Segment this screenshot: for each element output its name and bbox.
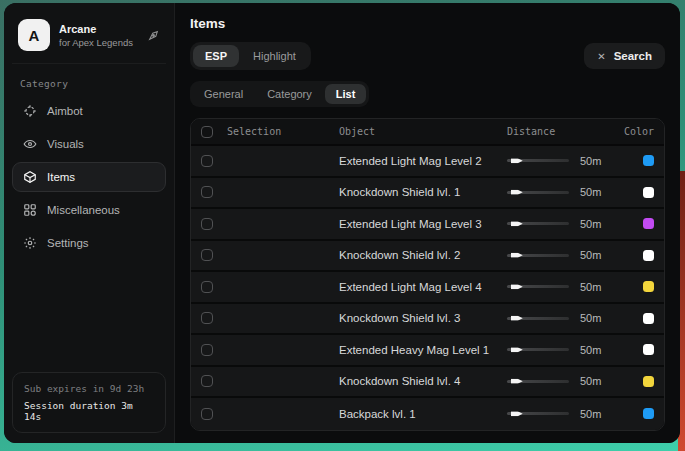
row-checkbox[interactable] bbox=[201, 155, 213, 167]
color-swatch[interactable] bbox=[643, 218, 654, 229]
color-swatch[interactable] bbox=[643, 313, 654, 324]
slider-thumb[interactable] bbox=[511, 158, 523, 163]
distance-slider[interactable] bbox=[507, 285, 569, 288]
sub-expiry-text: Sub expires in 9d 23h bbox=[24, 383, 154, 394]
color-swatch[interactable] bbox=[643, 281, 654, 292]
row-checkbox[interactable] bbox=[201, 218, 213, 230]
items-table: Selection Object Distance Color Extended… bbox=[190, 118, 665, 431]
distance-value: 50m bbox=[580, 408, 606, 420]
select-all-checkbox[interactable] bbox=[201, 126, 213, 138]
object-name: Extended Light Mag Level 2 bbox=[339, 155, 507, 167]
tab-general[interactable]: General bbox=[193, 84, 254, 104]
package-icon bbox=[23, 170, 37, 184]
table-row: Knockdown Shield lvl. 250m bbox=[191, 241, 664, 273]
tab-esp[interactable]: ESP bbox=[193, 45, 239, 67]
distance-slider[interactable] bbox=[507, 191, 569, 194]
distance-cell: 50m bbox=[507, 375, 612, 387]
distance-slider[interactable] bbox=[507, 222, 569, 225]
pin-icon[interactable] bbox=[147, 29, 160, 42]
object-name: Backpack lvl. 1 bbox=[339, 408, 507, 420]
session-duration-text: Session duration 3m 14s bbox=[24, 400, 154, 422]
slider-thumb[interactable] bbox=[511, 253, 523, 258]
color-cell bbox=[612, 344, 654, 355]
column-selection: Selection bbox=[227, 126, 339, 137]
distance-slider[interactable] bbox=[507, 254, 569, 257]
app-name: Arcane bbox=[59, 23, 133, 35]
search-button[interactable]: ✕ Search bbox=[584, 43, 665, 69]
distance-cell: 50m bbox=[507, 249, 612, 261]
table-row: Extended Light Mag Level 350m bbox=[191, 209, 664, 241]
tab-list[interactable]: List bbox=[325, 84, 367, 104]
row-checkbox[interactable] bbox=[201, 408, 213, 420]
table-header: Selection Object Distance Color bbox=[191, 119, 664, 146]
slider-thumb[interactable] bbox=[511, 284, 523, 289]
table-row: Knockdown Shield lvl. 450m bbox=[191, 367, 664, 399]
mode-tab-group: ESPHighlight bbox=[190, 42, 311, 70]
category-label: Category bbox=[12, 72, 166, 93]
object-name: Extended Heavy Mag Level 1 bbox=[339, 344, 507, 356]
color-cell bbox=[612, 376, 654, 387]
distance-cell: 50m bbox=[507, 186, 612, 198]
object-name: Knockdown Shield lvl. 3 bbox=[339, 312, 507, 324]
color-swatch[interactable] bbox=[643, 344, 654, 355]
row-checkbox[interactable] bbox=[201, 344, 213, 356]
sidebar-item-settings[interactable]: Settings bbox=[12, 228, 166, 258]
sidebar-item-miscellaneous[interactable]: Miscellaneous bbox=[12, 195, 166, 225]
sidebar-item-aimbot[interactable]: Aimbot bbox=[12, 96, 166, 126]
table-body: Extended Light Mag Level 250mKnockdown S… bbox=[191, 146, 664, 430]
slider-thumb[interactable] bbox=[511, 221, 523, 226]
color-swatch[interactable] bbox=[643, 187, 654, 198]
color-cell bbox=[612, 408, 654, 419]
sidebar-item-label: Miscellaneous bbox=[47, 204, 120, 216]
sidebar-item-visuals[interactable]: Visuals bbox=[12, 129, 166, 159]
distance-slider[interactable] bbox=[507, 317, 569, 320]
distance-cell: 50m bbox=[507, 155, 612, 167]
distance-slider[interactable] bbox=[507, 348, 569, 351]
tab-category[interactable]: Category bbox=[256, 84, 323, 104]
color-swatch[interactable] bbox=[643, 408, 654, 419]
sidebar-item-label: Items bbox=[47, 171, 75, 183]
grid-icon bbox=[23, 203, 37, 217]
distance-value: 50m bbox=[580, 249, 606, 261]
row-checkbox[interactable] bbox=[201, 312, 213, 324]
slider-thumb[interactable] bbox=[511, 347, 523, 352]
tab-highlight[interactable]: Highlight bbox=[241, 45, 308, 67]
table-row: Knockdown Shield lvl. 350m bbox=[191, 304, 664, 336]
sidebar-item-items[interactable]: Items bbox=[12, 162, 166, 192]
gear-icon bbox=[23, 236, 37, 250]
slider-thumb[interactable] bbox=[511, 411, 523, 416]
slider-thumb[interactable] bbox=[511, 190, 523, 195]
color-swatch[interactable] bbox=[643, 250, 654, 261]
distance-cell: 50m bbox=[507, 344, 612, 356]
view-tab-group: GeneralCategoryList bbox=[190, 81, 369, 107]
column-color: Color bbox=[612, 126, 654, 137]
row-checkbox[interactable] bbox=[201, 281, 213, 293]
app-header: A Arcane for Apex Legends bbox=[12, 11, 166, 64]
row-checkbox[interactable] bbox=[201, 249, 213, 261]
app-logo: A bbox=[18, 19, 50, 51]
distance-slider[interactable] bbox=[507, 412, 569, 415]
table-row: Extended Light Mag Level 450m bbox=[191, 272, 664, 304]
distance-slider[interactable] bbox=[507, 159, 569, 162]
distance-cell: 50m bbox=[507, 281, 612, 293]
slider-thumb[interactable] bbox=[511, 316, 523, 321]
color-cell bbox=[612, 155, 654, 166]
object-name: Knockdown Shield lvl. 4 bbox=[339, 375, 507, 387]
color-cell bbox=[612, 250, 654, 261]
distance-slider[interactable] bbox=[507, 380, 569, 383]
color-swatch[interactable] bbox=[643, 376, 654, 387]
color-swatch[interactable] bbox=[643, 155, 654, 166]
sidebar-item-label: Settings bbox=[47, 237, 89, 249]
distance-value: 50m bbox=[580, 312, 606, 324]
table-row: Extended Light Mag Level 250m bbox=[191, 146, 664, 178]
row-checkbox[interactable] bbox=[201, 186, 213, 198]
search-button-label: Search bbox=[614, 50, 652, 62]
distance-cell: 50m bbox=[507, 312, 612, 324]
object-name: Extended Light Mag Level 3 bbox=[339, 218, 507, 230]
color-cell bbox=[612, 218, 654, 229]
slider-thumb[interactable] bbox=[511, 379, 523, 384]
distance-value: 50m bbox=[580, 186, 606, 198]
distance-value: 50m bbox=[580, 281, 606, 293]
distance-value: 50m bbox=[580, 155, 606, 167]
row-checkbox[interactable] bbox=[201, 375, 213, 387]
